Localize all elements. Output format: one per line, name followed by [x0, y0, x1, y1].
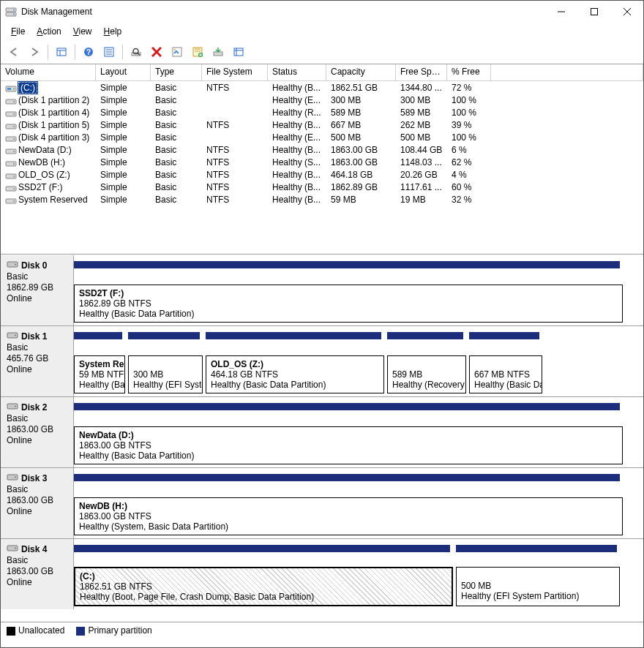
volume-icon: [5, 171, 15, 178]
properties-button[interactable]: [168, 43, 186, 61]
help-button[interactable]: ?: [80, 43, 97, 61]
volume-row[interactable]: (C:)SimpleBasicNTFSHealthy (B...1862.51 …: [1, 81, 643, 94]
volume-row[interactable]: (Disk 1 partition 4)SimpleBasicHealthy (…: [1, 106, 643, 118]
partition[interactable]: System Res59 MB NTFSHealthy (Ba: [74, 355, 125, 393]
menu-view[interactable]: View: [67, 26, 98, 37]
app-icon: [5, 6, 17, 18]
minimize-button[interactable]: [544, 1, 577, 23]
show-tree-button[interactable]: [53, 43, 70, 61]
svg-point-53: [15, 264, 16, 265]
menubar: File Action View Help: [1, 23, 643, 40]
svg-point-55: [15, 335, 16, 336]
partition[interactable]: NewData (D:)1863.00 GB NTFSHealthy (Basi…: [74, 426, 623, 464]
partition[interactable]: 667 MB NTFSHealthy (Basic Data P: [469, 355, 542, 393]
maximize-button[interactable]: [577, 1, 610, 23]
volume-row[interactable]: System ReservedSimpleBasicNTFSHealthy (B…: [1, 193, 643, 206]
disk-icon: [7, 331, 18, 342]
volume-icon: [5, 121, 15, 129]
svg-point-2: [13, 10, 15, 11]
disk-row: Disk 0Basic1862.89 GBOnlineSSD2T (F:)186…: [1, 255, 643, 325]
close-button[interactable]: [610, 1, 643, 23]
col-status[interactable]: Status: [268, 64, 326, 80]
svg-point-33: [13, 88, 15, 89]
disk-row: Disk 2Basic1863.00 GBOnlineNewData (D:)1…: [1, 396, 643, 467]
svg-point-37: [13, 113, 15, 115]
disk-management-window: Disk Management File Action View Help: [0, 0, 644, 648]
svg-rect-5: [591, 9, 597, 15]
svg-point-57: [15, 406, 16, 407]
volume-row[interactable]: (Disk 1 partition 2)SimpleBasicHealthy (…: [1, 94, 643, 106]
volume-icon: [5, 184, 15, 191]
volume-header: Volume Layout Type File System Status Ca…: [1, 64, 643, 81]
volume-row[interactable]: (Disk 1 partition 5)SimpleBasicNTFSHealt…: [1, 118, 643, 131]
detach-vhd-button[interactable]: [230, 43, 247, 61]
volume-icon: [5, 134, 15, 141]
partition[interactable]: 589 MBHealthy (Recovery P: [387, 355, 466, 393]
col-volume[interactable]: Volume: [1, 64, 96, 80]
svg-rect-27: [234, 48, 243, 56]
col-free[interactable]: Free Spa...: [396, 64, 447, 80]
svg-point-59: [15, 477, 16, 478]
col-percent-free[interactable]: % Free: [447, 64, 491, 80]
window-title: Disk Management: [21, 7, 544, 17]
legend-primary: Primary partition: [76, 625, 151, 636]
svg-rect-32: [7, 88, 11, 90]
volume-row[interactable]: NewData (D:)SimpleBasicNTFSHealthy (B...…: [1, 143, 643, 156]
svg-point-35: [13, 101, 15, 102]
forward-button[interactable]: [26, 43, 43, 61]
disk-info[interactable]: Disk 3Basic1863.00 GBOnline: [1, 468, 74, 538]
disk-graphical-view: Disk 0Basic1862.89 GBOnlineSSD2T (F:)186…: [1, 255, 643, 622]
partition[interactable]: (C:)1862.51 GB NTFSHealthy (Boot, Page F…: [74, 567, 453, 606]
svg-point-45: [13, 163, 15, 165]
volume-row[interactable]: SSD2T (F:)SimpleBasicNTFSHealthy (B...18…: [1, 181, 643, 193]
menu-action[interactable]: Action: [31, 26, 67, 37]
col-filesystem[interactable]: File System: [202, 64, 268, 80]
volume-row[interactable]: OLD_OS (Z:)SimpleBasicNTFSHealthy (B...4…: [1, 168, 643, 181]
volume-icon: [5, 159, 15, 166]
col-capacity[interactable]: Capacity: [326, 64, 396, 80]
legend-unallocated: Unallocated: [7, 625, 64, 636]
volume-row[interactable]: NewDB (H:)SimpleBasicNTFSHealthy (S...18…: [1, 156, 643, 168]
new-volume-button[interactable]: [189, 43, 206, 61]
menu-file[interactable]: File: [5, 26, 31, 37]
delete-button[interactable]: [148, 43, 165, 61]
svg-point-39: [13, 126, 15, 127]
back-button[interactable]: [5, 43, 23, 61]
disk-info[interactable]: Disk 1Basic465.76 GBOnline: [1, 326, 74, 396]
volume-icon: [5, 97, 15, 104]
disk-info[interactable]: Disk 2Basic1863.00 GBOnline: [1, 397, 74, 467]
menu-help[interactable]: Help: [98, 26, 128, 37]
disk-info[interactable]: Disk 4Basic1863.00 GBOnline: [1, 539, 74, 609]
scan-disks-button[interactable]: [127, 43, 145, 61]
partition[interactable]: NewDB (H:)1863.00 GB NTFSHealthy (System…: [74, 497, 623, 535]
disk-info[interactable]: Disk 0Basic1862.89 GBOnline: [1, 255, 74, 325]
partition[interactable]: SSD2T (F:)1862.89 GB NTFSHealthy (Basic …: [74, 285, 623, 323]
disk-icon: [7, 260, 18, 271]
disk-icon: [7, 472, 18, 483]
disk-row: Disk 3Basic1863.00 GBOnlineNewDB (H:)186…: [1, 467, 643, 538]
svg-point-47: [13, 176, 15, 177]
disk-icon: [7, 402, 18, 412]
partition[interactable]: 500 MBHealthy (EFI System Partition): [456, 567, 620, 606]
titlebar: Disk Management: [1, 1, 643, 23]
svg-point-61: [15, 548, 16, 549]
svg-point-41: [13, 138, 15, 140]
volume-icon: [5, 196, 15, 203]
settings-list-button[interactable]: [100, 43, 118, 61]
volume-list: Volume Layout Type File System Status Ca…: [1, 64, 643, 255]
svg-rect-8: [57, 48, 66, 56]
svg-point-51: [13, 200, 15, 202]
volume-icon: [5, 109, 15, 116]
attach-vhd-button[interactable]: [209, 43, 227, 61]
svg-text:?: ?: [86, 48, 91, 56]
drive-icon: [5, 84, 15, 91]
svg-point-49: [13, 188, 15, 189]
legend: Unallocated Primary partition: [1, 622, 643, 638]
svg-point-3: [13, 14, 15, 15]
partition[interactable]: 300 MBHealthy (EFI Syste: [128, 355, 203, 393]
col-type[interactable]: Type: [151, 64, 202, 80]
svg-point-23: [174, 49, 176, 50]
partition[interactable]: OLD_OS (Z:)464.18 GB NTFSHealthy (Basic …: [206, 355, 384, 393]
col-layout[interactable]: Layout: [96, 64, 151, 80]
volume-row[interactable]: (Disk 4 partition 3)SimpleBasicHealthy (…: [1, 131, 643, 143]
